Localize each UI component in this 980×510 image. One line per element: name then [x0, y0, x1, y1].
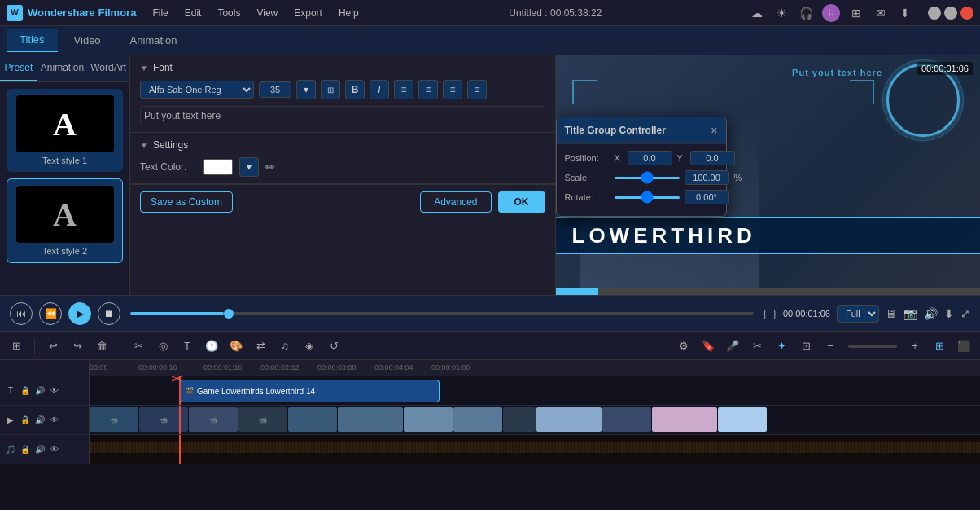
align-left-button[interactable]: ≡ [394, 80, 413, 99]
font-section-header[interactable]: ▼ Font [140, 62, 545, 73]
eyedropper-icon[interactable]: ✏ [265, 160, 275, 174]
corner-bracket-tr [850, 80, 874, 104]
maximize-button[interactable] [944, 7, 957, 20]
color-dropdown-icon[interactable]: ▾ [239, 157, 259, 177]
quality-select[interactable]: Full [837, 305, 879, 323]
tgc-rotate-input[interactable] [685, 190, 729, 204]
cloud-icon[interactable]: ☁ [749, 5, 765, 21]
undo-button[interactable]: ↩ [43, 336, 63, 356]
tab-preset[interactable]: Preset [0, 55, 37, 81]
preview-scrubber[interactable] [556, 288, 981, 295]
tgc-scale-input[interactable] [685, 170, 729, 185]
menu-export[interactable]: Export [291, 6, 326, 20]
user-avatar[interactable]: U [822, 4, 840, 22]
tab-wordart[interactable]: WordArt [87, 55, 129, 81]
track-lock-icon[interactable]: 🔒 [20, 385, 31, 397]
zoom-out-button[interactable]: − [820, 336, 840, 356]
menu-edit[interactable]: Edit [182, 6, 205, 20]
track-eye-icon[interactable]: 👁 [49, 385, 60, 397]
align-right-button[interactable]: ≡ [443, 80, 462, 99]
settings-section-header[interactable]: ▼ Settings [140, 139, 545, 151]
zoom-in-button[interactable]: + [905, 336, 925, 356]
preview-top-text: Put yout text here [792, 68, 882, 77]
rewind-button[interactable]: ↺ [324, 336, 343, 356]
monitor-icon[interactable]: 🖥 [886, 307, 897, 320]
close-button[interactable] [960, 7, 973, 20]
font-size-input[interactable] [259, 81, 291, 98]
download2-icon[interactable]: ⬇ [944, 307, 954, 320]
video-thumb-7 [404, 407, 453, 432]
speaker-icon[interactable]: 🔊 [924, 307, 938, 320]
style-item-1[interactable]: A Text style 1 [7, 89, 123, 172]
save-custom-button[interactable]: Save as Custom [140, 191, 233, 213]
tab-titles[interactable]: Titles [7, 29, 58, 52]
title-clip[interactable]: 🎬 Game Lowerthirds Lowerthird 14 [179, 380, 440, 402]
fullscreen-tl-button[interactable]: ⬛ [954, 336, 973, 356]
tgc-x-input[interactable] [628, 151, 672, 165]
track-eye3-icon[interactable]: 👁 [49, 444, 60, 455]
download-icon[interactable]: ⬇ [897, 5, 913, 21]
headset-icon[interactable]: 🎧 [798, 5, 814, 21]
audio-button[interactable]: ♫ [275, 336, 295, 356]
style-item-2[interactable]: A Text style 2 [7, 178, 123, 263]
text-color-swatch[interactable] [203, 159, 233, 175]
align-justify-button[interactable]: ≡ [467, 80, 487, 99]
mail-icon[interactable]: ✉ [873, 5, 889, 21]
edit-panel: ▼ Font Alfa Sab One Reg ▾ ⊞ B I ≡ ≡ ≡ ≡ … [130, 55, 556, 295]
redo-button[interactable]: ↪ [68, 336, 87, 356]
more-button[interactable]: ⊞ [930, 336, 949, 356]
delete-button[interactable]: 🗑 [92, 336, 112, 356]
split-button[interactable]: ⊡ [796, 336, 816, 356]
font-family-select[interactable]: Alfa Sab One Reg [140, 81, 254, 99]
track-eye2-icon[interactable]: 👁 [49, 415, 60, 426]
align-center-button[interactable]: ≡ [418, 80, 438, 99]
menu-tools[interactable]: Tools [214, 6, 243, 20]
text-button[interactable]: T [177, 336, 197, 356]
mic-button[interactable]: 🎤 [723, 336, 742, 356]
cut2-button[interactable]: ✂ [747, 336, 767, 356]
menu-file[interactable]: File [149, 6, 171, 20]
effects-button[interactable]: ◈ [300, 336, 319, 356]
ok-button[interactable]: OK [498, 191, 545, 213]
tab-video[interactable]: Video [61, 29, 114, 51]
tab-animation[interactable]: Animation [117, 29, 190, 51]
settings-icon[interactable]: ⚙ [674, 336, 693, 356]
grid-icon[interactable]: ⊞ [848, 5, 864, 21]
tgc-rotate-slider[interactable] [615, 196, 680, 199]
skip-back-button[interactable]: ⏮ [10, 302, 33, 325]
camera-icon[interactable]: 📷 [903, 307, 917, 320]
bookmark-button[interactable]: 🔖 [698, 336, 718, 356]
menu-view[interactable]: View [253, 6, 281, 20]
clock-button[interactable]: 🕐 [202, 336, 221, 356]
track-volume2-icon[interactable]: 🔊 [34, 415, 46, 426]
crop-button[interactable]: ◎ [153, 336, 173, 356]
advanced-button[interactable]: Advanced [420, 191, 491, 213]
minimize-button[interactable] [928, 7, 941, 20]
expand-icon[interactable]: ⤢ [960, 307, 970, 320]
tab-animation-sub[interactable]: Animation [37, 55, 87, 81]
play-button[interactable]: ▶ [68, 302, 91, 325]
timeline-scrubber[interactable] [130, 312, 754, 315]
ai-button[interactable]: ✦ [772, 336, 791, 356]
text-grid-icon[interactable]: ⊞ [321, 80, 340, 99]
italic-button[interactable]: I [370, 80, 389, 99]
main-tab-bar: Titles Video Animation [0, 26, 980, 55]
cut-button[interactable]: ✂ [129, 336, 148, 356]
stop-button[interactable]: ⏹ [98, 302, 120, 325]
font-size-dropdown-icon[interactable]: ▾ [296, 80, 316, 99]
menu-help[interactable]: Help [335, 6, 362, 20]
tgc-close-button[interactable]: × [711, 124, 717, 137]
track-volume-icon[interactable]: 🔊 [34, 385, 46, 397]
paint-button[interactable]: 🎨 [226, 336, 246, 356]
track-volume3-icon[interactable]: 🔊 [34, 444, 46, 455]
bold-button[interactable]: B [345, 80, 365, 99]
tgc-y-input[interactable] [690, 151, 735, 165]
snap-button[interactable]: ⊞ [7, 336, 26, 356]
tgc-scale-slider[interactable] [615, 177, 680, 179]
step-back-button[interactable]: ⏪ [39, 302, 62, 325]
transform-button[interactable]: ⇄ [251, 336, 270, 356]
sun-icon[interactable]: ☀ [773, 5, 790, 21]
track-lock2-icon[interactable]: 🔒 [20, 415, 31, 426]
track-lock3-icon[interactable]: 🔒 [20, 444, 31, 455]
zoom-slider[interactable] [848, 345, 897, 348]
